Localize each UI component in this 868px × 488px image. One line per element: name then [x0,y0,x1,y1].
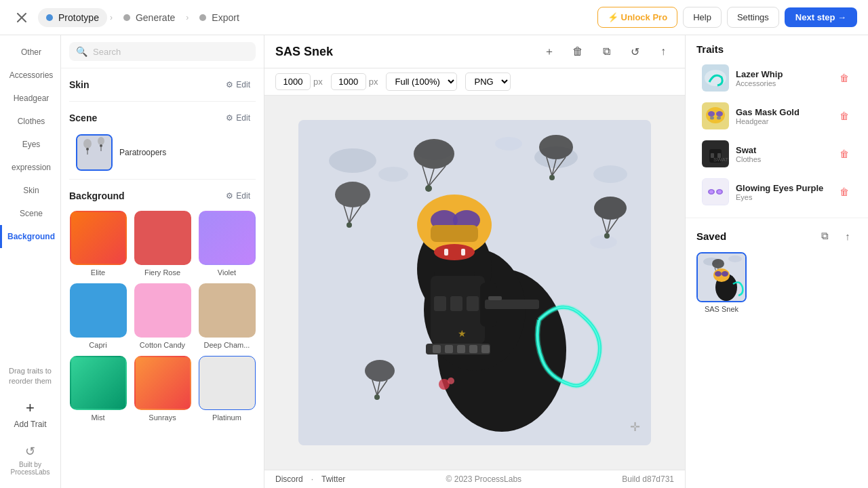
trait-category-glowing-eyes: Eyes [736,193,830,201]
svg-text:★: ★ [458,328,467,339]
delete-lazer-whip-button[interactable]: 🗑 [837,70,852,86]
svg-point-19 [425,185,432,192]
saved-thumb-sas-snek [696,252,747,302]
swatch-label-violet: Violet [218,268,236,277]
delete-canvas-button[interactable]: 🗑 [567,41,589,62]
duplicate-canvas-button[interactable]: ⧉ [595,41,617,62]
swatch-cotton-candy[interactable]: Cotton Candy [134,283,191,349]
gear-icon-background: ⚙ [226,191,233,201]
trait-info-glowing-eyes: Glowing Eyes Purple Eyes [736,183,830,201]
next-step-button[interactable]: Next step → [785,7,857,27]
sidebar-label-background: Background [7,232,55,241]
scene-edit-button[interactable]: ⚙ Edit [220,111,256,125]
delete-swat-button[interactable]: 🗑 [837,146,852,162]
canvas-width-input[interactable] [275,73,311,90]
saved-header: Saved ⧉ ↑ [696,226,857,245]
svg-point-14 [590,235,617,249]
unlock-pro-button[interactable]: ⚡ Unlock Pro [597,7,677,28]
canvas-title-input[interactable] [275,45,530,59]
color-swatch-grid: Elite Fiery Rose Violet Capri [69,208,256,428]
tab-generate[interactable]: Generate [115,8,183,27]
trait-item-lazer-whip[interactable]: Lazer Whip Accessories 🗑 [696,60,857,96]
trait-name-gas-mask: Gas Mask Gold [736,107,830,117]
swatch-label-platinum: Platinum [212,413,241,422]
discord-link[interactable]: Discord [275,474,303,484]
svg-rect-65 [457,345,465,353]
sidebar-item-background[interactable]: Background [0,225,60,248]
saved-item-sas-snek[interactable]: SAS Snek [696,252,747,313]
svg-point-96 [722,271,728,277]
sidebar-item-accessories[interactable]: Accessories [0,64,60,87]
svg-rect-49 [431,225,478,242]
topbar: Prototype › Generate › Export ⚡ Unlock P… [0,0,868,35]
swatch-violet[interactable]: Violet [198,211,256,277]
canvas-height-input[interactable] [331,73,366,90]
built-by-icon: ↺ [25,444,35,459]
close-button[interactable] [11,7,33,28]
height-unit-label: px [369,77,378,87]
skin-edit-button[interactable]: ⚙ Edit [220,78,256,92]
scene-section-header: Scene ⚙ Edit [69,106,256,130]
svg-point-8 [329,148,376,173]
swatch-mist[interactable]: Mist [69,356,127,422]
paratroopers-thumb[interactable] [76,134,113,171]
tab-dot-generate [123,14,130,21]
tab-prototype[interactable]: Prototype [38,8,107,27]
background-edit-button[interactable]: ⚙ Edit [220,189,256,203]
delete-gas-mask-button[interactable]: 🗑 [837,108,852,124]
swatch-fiery-rose[interactable]: Fiery Rose [134,211,191,277]
search-wrap: 🔍 [69,42,256,61]
width-unit-label: px [313,77,323,87]
delete-glowing-eyes-button[interactable]: 🗑 [837,184,852,200]
svg-point-88 [728,256,742,262]
refresh-canvas-button[interactable]: ↺ [624,41,646,62]
trait-name-lazer-whip: Lazer Whip [736,69,830,79]
saved-item-label-sas-snek: SAS Snek [705,305,738,313]
nav-sidebar: Other Accessories Headgear Clothes Eyes … [0,35,61,488]
sidebar-item-expression[interactable]: expression [0,156,60,179]
sidebar-item-clothes[interactable]: Clothes [0,110,60,133]
zoom-select[interactable]: Full (100%) 50% 75% 200% [386,73,457,91]
trait-item-swat[interactable]: SWAT Swat Clothes 🗑 [696,136,857,171]
swatch-sunrays[interactable]: Sunrays [134,356,191,422]
scene-edit-label: Edit [236,113,250,123]
twitter-link[interactable]: Twitter [321,474,345,484]
trait-category-lazer-whip: Accessories [736,79,830,87]
nav-bottom: Drag traits to reorder them + Add Trait … [0,361,60,483]
format-select[interactable]: PNG JPG SVG [465,73,511,91]
saved-actions: ⧉ ↑ [815,226,857,245]
swatch-deep-chamois[interactable]: Deep Cham... [198,283,256,349]
move-icon[interactable]: ✛ [630,420,640,434]
footer-copyright: © 2023 ProcessLabs [446,474,522,484]
trait-item-glowing-eyes[interactable]: Glowing Eyes Purple Eyes 🗑 [696,174,857,209]
swatch-elite[interactable]: Elite [69,211,127,277]
sidebar-item-scene[interactable]: Scene [0,202,60,225]
svg-rect-0 [77,136,111,169]
add-canvas-button[interactable]: ＋ [538,41,560,62]
saved-section: Saved ⧉ ↑ [686,218,868,488]
help-button[interactable]: Help [683,7,722,28]
saved-export-button[interactable]: ↑ [838,226,857,245]
swatch-platinum[interactable]: Platinum [198,356,256,422]
sidebar-label-headgear: Headgear [14,94,50,103]
swatch-label-fiery: Fiery Rose [144,268,180,277]
sidebar-item-eyes[interactable]: Eyes [0,133,60,156]
swatch-capri[interactable]: Capri [69,283,127,349]
swatch-box-deep [199,283,256,338]
saved-view-button[interactable]: ⧉ [815,226,834,245]
settings-button[interactable]: Settings [727,7,779,28]
search-input[interactable] [93,47,249,57]
main-layout: Other Accessories Headgear Clothes Eyes … [0,35,868,488]
swatch-box-elite [70,211,127,265]
tab-export[interactable]: Export [191,8,247,27]
sidebar-item-headgear[interactable]: Headgear [0,87,60,110]
sidebar-label-eyes: Eyes [22,140,41,149]
sidebar-item-skin[interactable]: Skin [0,179,60,202]
footer-build: Build d87d731 [622,474,674,484]
sidebar-item-other[interactable]: Other [0,41,60,64]
add-trait-button[interactable]: + Add Trait [11,391,49,437]
export-canvas-button[interactable]: ↑ [652,41,674,62]
canvas-svg: ★ ★ [298,120,651,445]
trait-item-gas-mask-gold[interactable]: Gas Mask Gold Headgear 🗑 [696,98,857,134]
svg-point-30 [594,197,627,220]
